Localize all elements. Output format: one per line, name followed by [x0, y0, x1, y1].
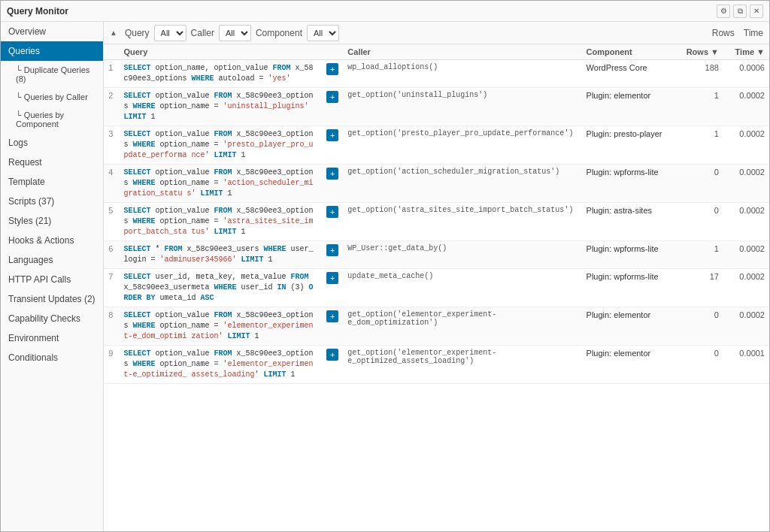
main-layout: OverviewQueries└ Duplicate Queries (8)└ … [1, 22, 769, 531]
component-3: Plugin: presto-player [582, 126, 681, 165]
sidebar-item-transient-updates[interactable]: Transient Updates (2) [1, 289, 103, 309]
component-8: Plugin: elementor [582, 307, 681, 346]
time-9: 0.0001 [723, 346, 769, 384]
rows-4: 0 [681, 165, 723, 203]
sidebar-item-duplicate-queries[interactable]: └ Duplicate Queries (8) [1, 61, 103, 88]
time-4: 0.0002 [723, 165, 769, 203]
expand-button-9[interactable]: + [326, 349, 338, 361]
rows-3: 1 [681, 126, 723, 165]
col-caller: Caller [343, 44, 581, 60]
rows-1: 188 [681, 60, 723, 88]
queries-table: Query Caller Component Rows ▼ Time ▼ 1SE… [104, 44, 769, 384]
col-component: Component [582, 44, 681, 60]
caller-1: wp_load_alloptions() [343, 60, 581, 88]
expand-col-4: + [322, 165, 343, 203]
time-2: 0.0002 [723, 88, 769, 126]
sidebar-item-http-api-calls[interactable]: HTTP API Calls [1, 270, 103, 289]
expand-button-1[interactable]: + [326, 63, 338, 75]
expand-col-5: + [322, 203, 343, 241]
caller-col-label: Caller [191, 28, 214, 38]
query-num-1: 1 [104, 60, 119, 88]
query-col-label: Query [125, 28, 150, 38]
rows-7: 17 [681, 269, 723, 307]
component-9: Plugin: elementor [582, 346, 681, 384]
component-col-label: Component [256, 28, 302, 38]
sidebar-item-styles[interactable]: Styles (21) [1, 211, 103, 231]
sort-indicator: ▲ [110, 29, 117, 37]
caller-filter-select[interactable]: All [219, 25, 251, 41]
sidebar-item-request[interactable]: Request [1, 153, 103, 172]
time-7: 0.0002 [723, 269, 769, 307]
time-1: 0.0006 [723, 60, 769, 88]
sidebar-item-capability-checks[interactable]: Capability Checks [1, 309, 103, 328]
table-row: 9SELECT option_value FROM x_58c90ee3_opt… [104, 346, 769, 384]
app-title: Query Monitor [7, 6, 68, 17]
caller-9: get_option('elementor_experiment-e_optim… [343, 346, 581, 384]
sidebar-item-template[interactable]: Template [1, 172, 103, 192]
expand-col-6: + [322, 241, 343, 269]
query-sql-8: SELECT option_value FROM x_58c90ee3_opti… [119, 307, 321, 346]
expand-col-1: + [322, 60, 343, 88]
query-num-9: 9 [104, 346, 119, 384]
query-num-5: 5 [104, 203, 119, 241]
close-button[interactable]: ✕ [750, 5, 763, 18]
table-row: 7SELECT user_id, meta_key, meta_value FR… [104, 269, 769, 307]
detach-button[interactable]: ⧉ [733, 5, 747, 18]
table-row: 5SELECT option_value FROM x_58c90ee3_opt… [104, 203, 769, 241]
expand-button-4[interactable]: + [326, 168, 338, 180]
expand-button-6[interactable]: + [326, 244, 338, 256]
query-filter-select[interactable]: All [154, 25, 186, 41]
settings-button[interactable]: ⚙ [717, 5, 730, 18]
query-sql-3: SELECT option_value FROM x_58c90ee3_opti… [119, 126, 321, 165]
table-row: 6SELECT * FROM x_58c90ee3_users WHERE us… [104, 241, 769, 269]
sidebar: OverviewQueries└ Duplicate Queries (8)└ … [1, 22, 104, 531]
query-num-6: 6 [104, 241, 119, 269]
rows-8: 0 [681, 307, 723, 346]
time-5: 0.0002 [723, 203, 769, 241]
component-filter-select[interactable]: All [307, 25, 339, 41]
app-container: Query Monitor ⚙ ⧉ ✕ OverviewQueries└ Dup… [0, 0, 770, 532]
expand-button-3[interactable]: + [326, 129, 338, 141]
expand-button-7[interactable]: + [326, 272, 338, 284]
col-query: Query [119, 44, 321, 60]
table-row: 1SELECT option_name, option_value FROM x… [104, 60, 769, 88]
query-sql-7: SELECT user_id, meta_key, meta_value FRO… [119, 269, 321, 307]
table-row: 8SELECT option_value FROM x_58c90ee3_opt… [104, 307, 769, 346]
expand-col-8: + [322, 307, 343, 346]
caller-6: WP_User::get_data_by() [343, 241, 581, 269]
expand-col-3: + [322, 126, 343, 165]
query-num-4: 4 [104, 165, 119, 203]
caller-4: get_option('action_scheduler_migration_s… [343, 165, 581, 203]
time-8: 0.0002 [723, 307, 769, 346]
component-5: Plugin: astra-sites [582, 203, 681, 241]
content-area: ▲ Query All Caller All Component All Row… [104, 22, 769, 531]
component-7: Plugin: wpforms-lite [582, 269, 681, 307]
rows-2: 1 [681, 88, 723, 126]
table-row: 2SELECT option_value FROM x_58c90ee3_opt… [104, 88, 769, 126]
sidebar-item-hooks-actions[interactable]: Hooks & Actions [1, 231, 103, 250]
sidebar-item-queries-by-component[interactable]: └ Queries by Component [1, 106, 103, 133]
table-container: Query Caller Component Rows ▼ Time ▼ 1SE… [104, 44, 769, 531]
sidebar-item-queries[interactable]: Queries [1, 41, 103, 61]
title-bar-controls: ⚙ ⧉ ✕ [717, 5, 763, 18]
sidebar-item-environment[interactable]: Environment [1, 328, 103, 348]
expand-col-7: + [322, 269, 343, 307]
expand-button-8[interactable]: + [326, 310, 338, 322]
query-num-2: 2 [104, 88, 119, 126]
sidebar-item-scripts[interactable]: Scripts (37) [1, 192, 103, 211]
rows-6: 1 [681, 241, 723, 269]
component-1: WordPress Core [582, 60, 681, 88]
table-row: 4SELECT option_value FROM x_58c90ee3_opt… [104, 165, 769, 203]
toolbar: ▲ Query All Caller All Component All Row… [104, 22, 769, 44]
caller-7: update_meta_cache() [343, 269, 581, 307]
col-time: Time ▼ [723, 44, 769, 60]
sidebar-item-conditionals[interactable]: Conditionals [1, 348, 103, 367]
component-2: Plugin: elementor [582, 88, 681, 126]
sidebar-item-queries-by-caller[interactable]: └ Queries by Caller [1, 88, 103, 106]
sidebar-item-overview[interactable]: Overview [1, 22, 103, 41]
expand-button-5[interactable]: + [326, 206, 338, 218]
component-4: Plugin: wpforms-lite [582, 165, 681, 203]
expand-button-2[interactable]: + [326, 91, 338, 103]
sidebar-item-logs[interactable]: Logs [1, 133, 103, 153]
sidebar-item-languages[interactable]: Languages [1, 250, 103, 270]
